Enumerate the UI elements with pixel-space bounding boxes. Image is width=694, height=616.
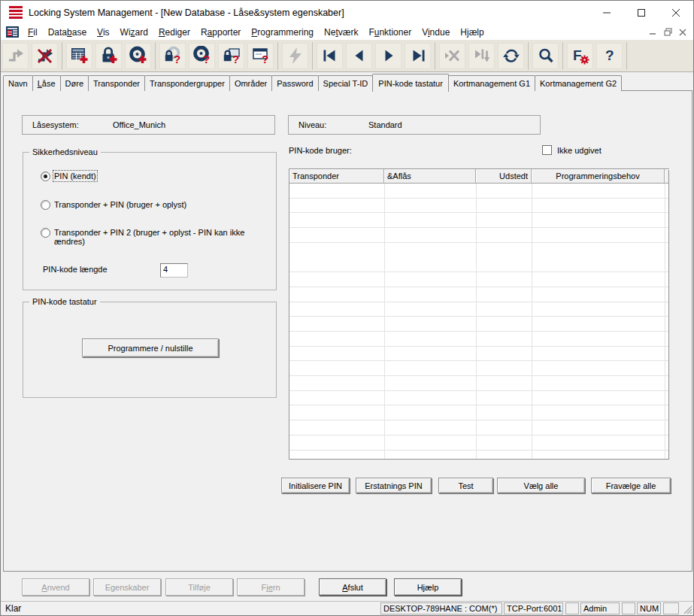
tab-pin-kode-tastatur[interactable]: PIN-kode tastatur	[372, 74, 449, 92]
col-aflaas[interactable]: &Aflås	[384, 169, 476, 183]
help-icon[interactable]: ?	[596, 43, 623, 69]
add-button[interactable]: Tilføje	[165, 578, 233, 596]
deselect-all-button[interactable]: Fravælge alle	[591, 478, 671, 493]
mdi-minimize-icon[interactable]	[648, 27, 658, 37]
goto-record-icon[interactable]	[468, 43, 495, 69]
minimize-button[interactable]	[589, 1, 624, 24]
col-udstedt[interactable]: Udstedt	[476, 169, 532, 183]
tab-special-t-id[interactable]: Special T-ID	[318, 75, 374, 91]
next-record-icon[interactable]	[375, 43, 402, 69]
locking-system-label: Låsesystem:	[32, 116, 79, 134]
flash-icon[interactable]	[282, 43, 308, 69]
radio-transponder-pin2[interactable]	[41, 228, 50, 238]
menu-bar: Fil Database Vis Wizard Rediger Rapporte…	[1, 24, 693, 40]
system-menu-icon[interactable]	[6, 26, 19, 38]
refresh-icon[interactable]	[498, 43, 524, 69]
status-blank-3	[663, 602, 679, 614]
radio-transponder-pin2-label[interactable]: Transponder + PIN 2 (bruger + oplyst - P…	[54, 228, 251, 246]
col-programmeringsbehov[interactable]: Programmeringsbehov	[532, 169, 665, 183]
menu-wizard[interactable]: Wizard	[115, 27, 153, 38]
tab-transponder[interactable]: Transponder	[88, 75, 145, 91]
filter-settings-icon[interactable]: F	[567, 43, 593, 69]
tab-laase[interactable]: Låse	[32, 75, 61, 91]
status-blank-2	[622, 602, 635, 614]
menu-netvaerk[interactable]: Netværk	[319, 27, 363, 38]
app-window: Locking System Management - [New Databas…	[0, 0, 694, 616]
radio-transponder-pin[interactable]	[41, 200, 50, 210]
menu-hjaelp[interactable]: Hjælp	[455, 27, 489, 38]
status-port: TCP-Port:6001	[504, 602, 563, 614]
menu-rapporter[interactable]: Rapporter	[195, 27, 246, 38]
status-user: Admin	[580, 602, 620, 614]
tab-transpondergrupper[interactable]: Transpondergrupper	[144, 75, 230, 91]
tab-kortmanagement-g2[interactable]: Kortmanagement G2	[535, 75, 622, 91]
select-all-button[interactable]: Vælg alle	[497, 478, 585, 493]
close-button[interactable]	[659, 1, 693, 24]
last-record-icon[interactable]	[405, 43, 431, 69]
locking-system-value: Office_Munich	[113, 116, 165, 134]
previous-record-icon[interactable]	[346, 43, 372, 69]
radio-pin-kendt-label[interactable]: PIN (kendt)	[54, 171, 96, 181]
new-locking-plan-add-icon[interactable]	[66, 43, 92, 69]
status-num: NUM	[637, 602, 661, 614]
tab-kortmanagement-g1[interactable]: Kortmanagement G1	[448, 75, 535, 91]
tab-omraader[interactable]: Områder	[229, 75, 272, 91]
tab-password[interactable]: Password	[271, 75, 318, 91]
not-issued-checkbox[interactable]	[542, 145, 552, 155]
level-label: Niveau:	[299, 116, 326, 134]
app-icon	[9, 5, 23, 20]
status-blank-1	[565, 602, 579, 614]
menu-programmering[interactable]: Programmering	[246, 27, 319, 38]
help-button[interactable]: Hjælp	[394, 578, 462, 596]
title-bar: Locking System Management - [New Databas…	[1, 1, 693, 24]
svg-text:?: ?	[203, 53, 210, 65]
resize-grip[interactable]	[683, 605, 692, 614]
col-transponder[interactable]: Transponder	[289, 169, 384, 183]
window-title: Locking System Management - [New Databas…	[29, 8, 344, 18]
pin-keypad-group-title: PIN-kode tastatur	[29, 297, 100, 307]
read-lock-icon[interactable]: ?	[159, 43, 186, 69]
locking-system-box: Låsesystem: Office_Munich	[22, 115, 275, 135]
cancel-record-icon[interactable]	[439, 43, 465, 69]
radio-pin-kendt[interactable]	[41, 171, 50, 181]
menu-funktioner[interactable]: Funktioner	[363, 27, 417, 38]
menu-database[interactable]: Database	[43, 27, 92, 38]
connect-icon[interactable]	[2, 43, 29, 69]
window-query-icon[interactable]: ?	[247, 43, 274, 69]
tab-navn[interactable]: Navn	[3, 75, 33, 91]
radio-transponder-pin-label[interactable]: Transponder + PIN (bruger + oplyst)	[54, 200, 186, 209]
not-issued-label[interactable]: Ikke udgivet	[557, 146, 602, 155]
menu-vindue[interactable]: Vindue	[417, 27, 455, 38]
transponder-add-icon[interactable]	[125, 43, 151, 69]
initialize-pin-button[interactable]: Initialisere PIN	[281, 478, 350, 493]
mdi-close-icon[interactable]	[678, 27, 688, 37]
svg-text:?: ?	[174, 53, 180, 65]
maximize-button[interactable]	[624, 1, 659, 24]
disconnect-icon[interactable]	[32, 43, 58, 69]
table-header: Transponder &Aflås Udstedt Programmering…	[289, 169, 668, 184]
read-transponder-icon[interactable]: ?	[189, 43, 215, 69]
tab-doere[interactable]: Døre	[60, 75, 89, 91]
menu-vis[interactable]: Vis	[92, 27, 114, 38]
exit-button[interactable]: Afslut	[319, 578, 386, 596]
pin-length-input[interactable]: 4	[160, 263, 188, 278]
program-reset-button[interactable]: Programmere / nulstille	[82, 338, 219, 357]
status-ready: Klar	[5, 603, 21, 614]
remove-button[interactable]: Fjern	[237, 578, 305, 596]
test-button[interactable]: Test	[438, 478, 493, 493]
replacement-pin-button[interactable]: Erstatnings PIN	[356, 478, 432, 493]
search-icon[interactable]	[532, 43, 559, 69]
lock-query-icon[interactable]: ?	[218, 43, 244, 69]
mdi-restore-icon[interactable]	[663, 27, 673, 37]
menu-rediger[interactable]: Rediger	[153, 27, 195, 38]
menu-fil[interactable]: Fil	[23, 27, 43, 38]
lock-add-icon[interactable]	[95, 43, 122, 69]
pin-length-label: PIN-kode længde	[43, 265, 108, 274]
first-record-icon[interactable]	[317, 43, 343, 69]
pin-keypad-group: PIN-kode tastatur Programmere / nulstill…	[23, 302, 277, 398]
pin-user-table[interactable]: Transponder &Aflås Udstedt Programmering…	[289, 168, 669, 460]
status-host: DESKTOP-789HANE : COM(*)	[380, 602, 502, 614]
table-body	[289, 184, 668, 459]
apply-button[interactable]: Anvend	[22, 578, 89, 596]
properties-button[interactable]: Egenskaber	[93, 578, 161, 596]
